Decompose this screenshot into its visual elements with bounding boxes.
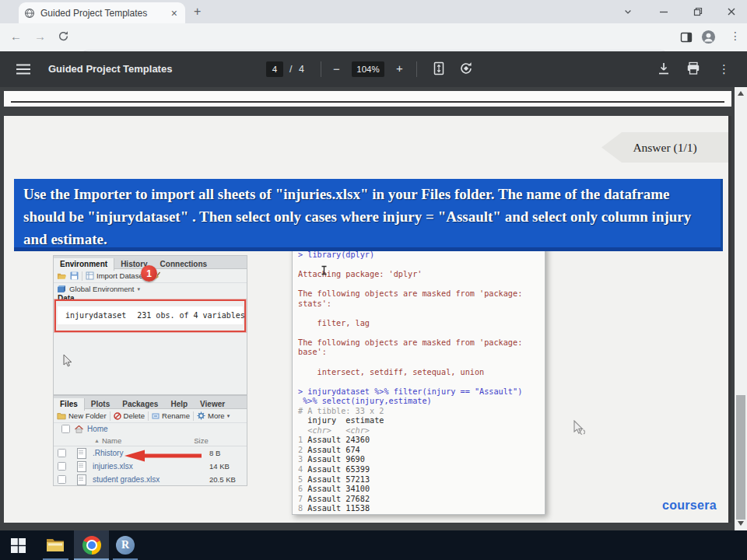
file-checkbox[interactable] [58,475,66,484]
pdf-document-title: Guided Project Templates [48,63,172,75]
breadcrumb-home[interactable]: Home [87,425,108,433]
browser-tab[interactable]: Guided Project Templates × [19,2,185,23]
scrollbar-thumb[interactable] [736,395,745,520]
tab-close-icon[interactable]: × [169,8,180,19]
pdf-page-separator: / [289,64,292,75]
zoom-out-button[interactable]: − [333,62,340,75]
delete-button[interactable]: Delete [124,411,145,420]
pdf-menu-icon[interactable] [16,63,33,80]
window-restore-button[interactable] [689,4,707,19]
scope-caret-icon: ▾ [137,286,140,292]
rename-button[interactable]: Rename [162,411,190,420]
files-tabbar: FilesPlotsPackagesHelpViewer [54,396,247,409]
toolbar-separator [193,411,194,421]
gear-icon [197,411,205,420]
new-tab-button[interactable]: + [194,5,201,19]
console-line: base': [298,348,545,358]
console-line: 5 Assault 57213 [298,475,545,485]
start-button[interactable] [11,538,26,553]
file-name[interactable]: injuries.xlsx [93,462,209,471]
environment-scope-row[interactable]: Global Environment ▾ [54,283,247,295]
pdf-page: Answer (1/1) Use the Importer to import … [4,116,731,523]
rotate-page-icon[interactable] [458,61,475,78]
scrollbar-down-arrow[interactable] [738,521,744,526]
rstudio-taskbar-icon[interactable]: R [116,536,135,555]
file-size: 14 KB [209,462,247,471]
pdf-viewer: Answer (1/1) Use the Importer to import … [0,87,747,530]
console-line: 7 Assault 27682 [298,495,545,505]
file-size: 8 B [209,449,247,457]
pdf-toolbar-divider [416,61,417,77]
global-env-cube-icon [57,285,65,293]
console-line: 1 Assault 24360 [298,436,545,446]
environment-object-row[interactable]: injurydataset 231 obs. of 4 variables [58,306,243,324]
more-button[interactable]: More [208,411,225,420]
home-icon [75,425,83,433]
console-output: > library(dplyr) Attaching package: 'dpl… [298,250,545,514]
tab-title: Guided Project Templates [40,8,169,19]
scrollbar-up-arrow[interactable] [738,91,744,96]
previous-page-edge [4,91,731,107]
object-name[interactable]: injurydataset [65,311,126,320]
environment-panel: EnvironmentHistoryConnections Import Dat… [53,255,247,395]
previous-page-rule [11,101,724,103]
console-line: intersect, setdiff, setequal, union [298,368,545,378]
file-name[interactable]: student grades.xlsx [93,475,209,484]
coursera-logo: coursera [662,499,717,513]
profile-avatar[interactable] [701,30,716,44]
console-line: 6 Assault 34100 [298,485,545,495]
download-icon[interactable] [656,61,673,78]
rename-icon [152,412,160,420]
open-folder-icon[interactable] [57,271,67,280]
chrome-taskbar-icon[interactable] [82,536,101,555]
instruction-box: Use the Importer to import all sheets of… [14,179,723,251]
file-checkbox[interactable] [58,462,66,471]
env-tab-environment[interactable]: Environment [54,258,114,271]
pdf-zoom-value[interactable]: 104% [352,61,384,77]
browser-menu-icon[interactable]: ⋮ [730,30,741,42]
files-tab-plots[interactable]: Plots [85,398,116,411]
files-tab-files[interactable]: Files [54,398,85,411]
console-line: # A tibble: 33 x 2 [298,407,545,417]
import-dataset-button[interactable]: Import Dataset [96,271,145,280]
files-panel: FilesPlotsPackagesHelpViewer New Folder … [53,395,247,486]
files-table-header[interactable]: ▲ Name Size [54,435,247,446]
save-icon[interactable] [70,271,79,280]
file-icon [77,448,86,459]
answer-badge: Answer (1/1) [601,132,728,163]
fit-page-icon[interactable] [431,61,448,78]
file-explorer-icon[interactable] [46,537,65,553]
files-tab-packages[interactable]: Packages [116,398,164,411]
column-size[interactable]: Size [194,436,208,445]
env-tab-connections[interactable]: Connections [154,258,214,271]
more-caret-icon: ▾ [227,413,230,419]
print-icon[interactable] [686,61,703,78]
files-tab-viewer[interactable]: Viewer [194,398,231,411]
file-row[interactable]: student grades.xlsx20.5 KB [54,473,247,486]
import-dataset-icon [86,271,94,280]
window-minimize-button[interactable] [655,4,672,19]
screenshot-cursor-icon [63,354,73,368]
back-button[interactable]: ← [10,30,22,43]
select-all-checkbox[interactable] [61,425,70,433]
file-checkbox[interactable] [58,449,66,457]
scrollbar-track[interactable] [735,87,747,530]
text-cursor-icon [321,265,328,275]
window-close-button[interactable] [723,4,740,19]
callout-step-badge: 1 [141,265,157,282]
chevron-down-icon[interactable] [619,4,637,19]
environment-scope-label[interactable]: Global Environment [69,285,134,293]
toolbar-separator [82,271,82,281]
pdf-page-input[interactable]: 4 [266,61,283,77]
zoom-in-button[interactable]: + [396,61,403,75]
files-tab-help[interactable]: Help [164,398,194,411]
console-line: 8 Assault 11538 [298,504,545,514]
forward-button[interactable]: → [34,30,46,43]
reload-button[interactable] [58,30,69,42]
new-folder-button[interactable]: New Folder [68,411,107,420]
column-name[interactable]: Name [102,436,121,445]
file-icon [77,461,86,472]
annotation-arrow [123,449,205,463]
side-panel-icon[interactable] [680,31,693,44]
pdf-more-menu-icon[interactable]: ⋮ [718,62,730,76]
